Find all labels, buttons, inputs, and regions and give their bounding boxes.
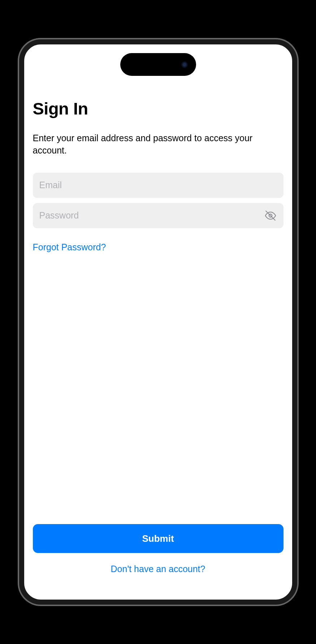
password-field-wrap — [33, 203, 283, 228]
page-title: Sign In — [33, 99, 283, 118]
sign-in-screen: Sign In Enter your email address and pas… — [24, 44, 292, 600]
silence-switch — [21, 133, 23, 153]
forgot-password-link[interactable]: Forgot Password? — [33, 242, 106, 252]
signup-link[interactable]: Don't have an account? — [33, 564, 283, 574]
toggle-password-visibility-icon[interactable] — [264, 209, 277, 222]
volume-down-button — [21, 225, 23, 265]
password-field[interactable] — [33, 203, 283, 228]
dynamic-island — [120, 53, 196, 76]
email-field[interactable] — [33, 173, 283, 198]
volume-up-button — [21, 174, 23, 214]
email-field-wrap — [33, 173, 283, 198]
iphone-frame: Sign In Enter your email address and pas… — [19, 39, 297, 605]
submit-button[interactable]: Submit — [33, 524, 283, 553]
page-subtitle: Enter your email address and password to… — [33, 132, 283, 157]
spacer — [33, 252, 283, 524]
power-button — [294, 196, 296, 258]
